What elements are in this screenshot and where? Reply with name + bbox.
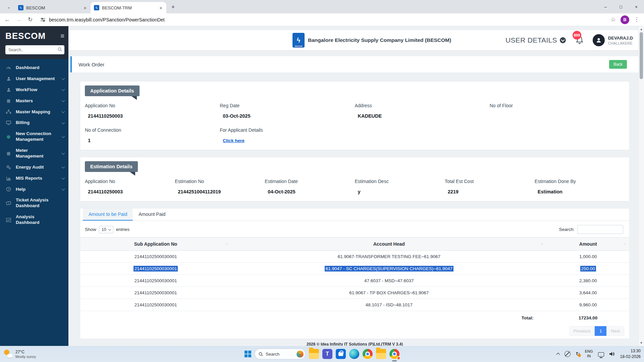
privacy-eye-off-icon[interactable] [565,351,571,357]
scroll-up-icon[interactable]: ▲ [639,27,644,31]
tab-amount-paid[interactable]: Amount Paid [133,208,171,221]
sync-icon[interactable]: ↻ [576,351,580,357]
sidebar-nav: Dashboard User Management WorkFlow ≣ Mas… [0,59,68,228]
vertical-scrollbar[interactable]: ▲ ▼ [638,26,644,346]
application-details-card: Application Details Application No 21441… [80,81,630,150]
sidebar-item-help[interactable]: ? Help [0,184,68,195]
cast-display-icon[interactable] [598,352,604,357]
back-button[interactable]: Back [609,60,627,69]
bookmark-star-icon[interactable]: ☆ [609,16,617,23]
tab-close-icon[interactable]: × [83,5,87,11]
browser-menu-kebab-icon[interactable]: ⋮ [633,16,641,23]
time: 13:30 [620,348,641,354]
close-button[interactable]: × [629,0,644,13]
browser-tab-bescom-trm[interactable]: ϟ BESCOM-TRM × [91,2,166,13]
maximize-button[interactable]: □ [613,0,629,13]
table-row[interactable]: 21441102500030001 47.6037 - MSD~47.6037 … [80,275,629,287]
edge-icon[interactable] [349,349,359,359]
entries-label: entries [116,227,130,232]
file-explorer-icon[interactable] [309,349,319,359]
microsoft-store-icon[interactable] [336,349,346,359]
sort-icon[interactable]: ↑↓ [225,242,227,246]
user-details-dropdown[interactable]: USER DETAILS [505,36,566,44]
page-size-select[interactable]: 10 [99,226,113,233]
site-settings-icon[interactable] [40,17,46,22]
sidebar-item-mis-reports[interactable]: MIS Reports [0,173,68,184]
browser-tab-bescom[interactable]: ϟ BESCOM × [15,2,91,13]
notifications-button[interactable]: 899 [575,36,584,45]
field-application-no: Application No 2144110250003 [85,103,220,119]
pagination-page-1[interactable]: 1 [595,326,606,336]
sidebar-item-dashboard[interactable]: Dashboard [0,62,68,73]
hamburger-icon[interactable]: ≡ [60,32,64,40]
sidebar: BESCOM ≡ Dashboard User Management WorkF… [0,26,68,346]
search-icon[interactable] [58,47,62,52]
back-icon[interactable]: ← [3,16,11,23]
sidebar-item-billing[interactable]: Billing [0,117,68,128]
search-highlights-icon[interactable] [297,351,304,358]
sidebar-item-master-mapping[interactable]: Master Mapping [0,107,68,118]
sidebar-item-new-connection-management[interactable]: ⊕ New Connection Management [0,128,68,145]
field-no-of-connection: No of Connection 1 [85,127,220,143]
minimize-button[interactable]: – [598,0,613,13]
column-account-head[interactable]: Account Head↑↓ [231,238,547,251]
field-address: Address KADEUDE [355,103,490,119]
sort-icon[interactable]: ↑↓ [541,242,543,246]
total-label: Total: [231,311,547,325]
new-tab-button[interactable]: + [168,2,178,12]
sidebar-item-user-management[interactable]: User Management [0,73,68,84]
chrome-active-icon[interactable] [389,349,399,359]
sidebar-item-energy-audit[interactable]: Energy Audit [0,162,68,173]
speaker-icon[interactable] [609,351,615,357]
tab-search-chevron-icon[interactable]: ⌄ [4,2,13,12]
scrollbar-thumb[interactable] [640,32,643,79]
pagination: Previous 1 Next [80,325,629,339]
url-text[interactable]: bescom.trm.ieasybill.com/PSanction/Power… [49,17,165,22]
chrome-icon[interactable] [363,349,373,359]
taskbar-search[interactable]: Search [255,349,306,359]
sidebar-item-masters[interactable]: ≣ Masters [0,96,68,107]
column-sub-application-no[interactable]: Sub Application No↑↓ [80,238,231,251]
taskbar-clock[interactable]: 13:30 18-02-2026 [620,348,641,360]
taskbar-weather-widget[interactable]: 27°C Mostly sunny [4,350,36,359]
sidebar-item-workflow[interactable]: WorkFlow [0,84,68,96]
reload-icon[interactable]: ↻ [26,16,34,23]
footer-copyright: 2026 © Idea Infinity IT Solutions (P)Ltd… [80,339,630,346]
language-indicator[interactable]: ENG IN [585,349,593,359]
teams-icon[interactable] [322,349,332,359]
user-icon [6,87,11,92]
chevron-down-icon [62,135,65,138]
column-amount[interactable]: Amount↑↓ [547,238,629,251]
table-row[interactable]: 21441102500030001 48.1017 - ISD~48.1017 … [80,299,629,311]
tab-close-icon[interactable]: × [159,5,163,11]
user-location: CHALLAKERE [608,41,633,45]
sidebar-item-analysis-dashboard[interactable]: Analysis Dashboard [0,212,68,228]
sort-icon[interactable]: ↑↓ [623,242,625,246]
scroll-down-icon[interactable]: ▼ [639,341,644,345]
chevron-down-icon [62,88,65,91]
folder-icon[interactable] [376,349,386,359]
browser-profile-avatar[interactable]: B [621,15,629,24]
total-value: 17234.00 [547,311,629,325]
amounts-panel: Amount to be Paid Amount Paid Show 10 en… [80,208,630,339]
pagination-next[interactable]: Next [606,326,624,336]
table-row[interactable]: 21441102500030001 61.9067 - TP BOX CHARG… [80,287,629,299]
sidebar-search-input[interactable] [5,45,64,54]
total-row: Total: 17234.00 [80,311,629,325]
plus-circle-icon: ⊕ [6,134,11,139]
sidebar-item-ticket-analysis-dashboard[interactable]: Ticket Analysis Dashboard [0,195,68,212]
sidebar-item-meter-management[interactable]: ≣ Meter Management [0,145,68,162]
table-row-selected[interactable]: 21441102500030001 61.9047 - SC CHARGES(S… [80,263,629,275]
tab-amount-to-be-paid[interactable]: Amount to be Paid [83,208,133,221]
chevron-down-icon [62,77,65,80]
pagination-previous[interactable]: Previous [569,326,595,336]
click-here-link[interactable]: Click here [223,138,245,143]
forward-icon[interactable]: → [15,16,23,23]
table-search-input[interactable] [577,225,623,234]
search-icon [259,352,263,356]
address-bar[interactable]: bescom.trm.ieasybill.com/PSanction/Power… [38,17,606,22]
start-button[interactable] [245,351,251,357]
table-row[interactable]: 21441102500030001 61.9067-TRANSFORMER TE… [80,251,629,263]
hidden-icons-chevron-icon[interactable] [556,353,560,356]
user-avatar[interactable] [593,34,605,46]
